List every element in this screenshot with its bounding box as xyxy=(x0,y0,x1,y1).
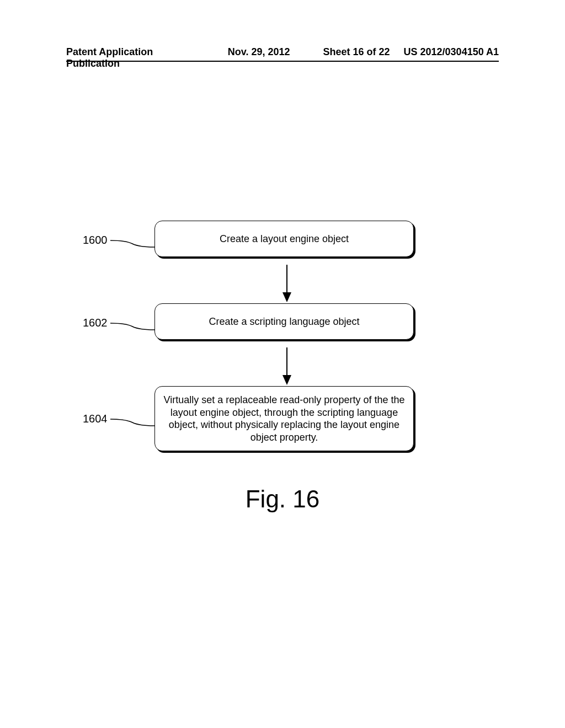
publication-type-label: Patent Application Publication xyxy=(66,46,195,69)
node-ref-1604: 1604 xyxy=(83,413,108,425)
publication-date: Nov. 29, 2012 xyxy=(195,46,323,69)
flowchart-row: 1604 Virtually set a replaceable read-on… xyxy=(0,386,565,458)
svg-marker-3 xyxy=(282,375,291,385)
flowchart-arrow xyxy=(0,347,565,386)
flowchart-row: 1602 Create a scripting language object xyxy=(0,303,565,347)
node-text: Create a layout engine object xyxy=(220,233,349,245)
header-rule xyxy=(66,61,499,62)
node-text: Virtually set a replaceable read-only pr… xyxy=(163,394,406,443)
node-ref-1602: 1602 xyxy=(83,317,108,329)
figure-caption: Fig. 16 xyxy=(0,485,565,513)
sheet-and-pub-number: Sheet 16 of 22 US 2012/0304150 A1 xyxy=(323,46,499,69)
page: Patent Application Publication Nov. 29, … xyxy=(0,0,565,728)
node-text: Create a scripting language object xyxy=(209,315,359,328)
node-ref-1600: 1600 xyxy=(83,234,108,247)
flowchart-arrow xyxy=(0,265,565,303)
page-header: Patent Application Publication Nov. 29, … xyxy=(66,46,499,69)
leader-line xyxy=(110,320,154,333)
svg-marker-1 xyxy=(282,292,291,302)
flowchart-node-1602: Create a scripting language object xyxy=(154,303,414,340)
leader-line xyxy=(110,416,154,429)
leader-line xyxy=(110,237,154,250)
flowchart-node-1600: Create a layout engine object xyxy=(154,221,414,257)
flowchart-row: 1600 Create a layout engine object xyxy=(0,221,565,265)
flowchart-node-1604: Virtually set a replaceable read-only pr… xyxy=(154,386,414,451)
flowchart: 1600 Create a layout engine object 1602 … xyxy=(0,221,565,458)
